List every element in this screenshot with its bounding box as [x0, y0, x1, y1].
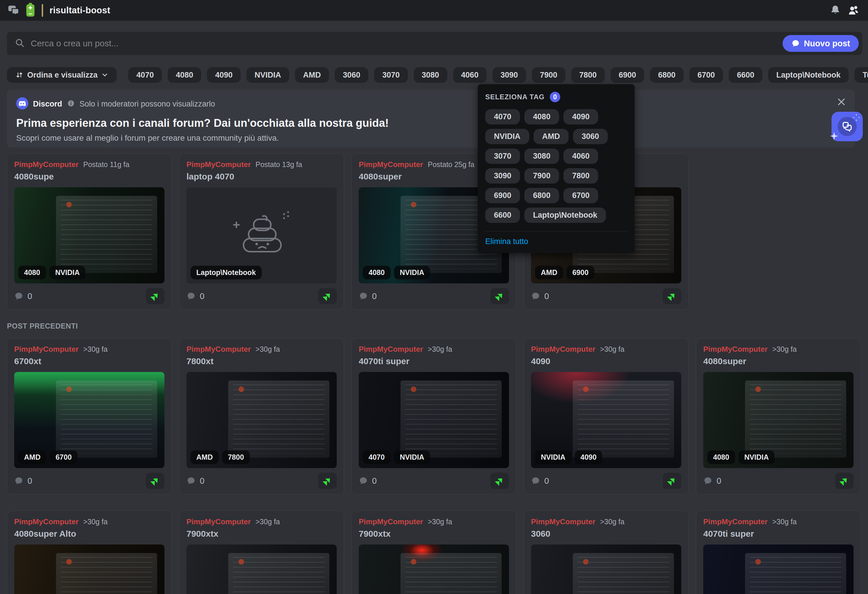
clear-all-tags-link[interactable]: Elimina tutto: [485, 237, 528, 246]
filter-tag-chip[interactable]: NVIDIA: [247, 67, 289, 83]
post-card[interactable]: PimpMyComputer Postato 11g fa 4080supe: [7, 153, 172, 310]
filter-bar: Ordina e visualizza 407040804090NVIDIAAM…: [7, 67, 861, 83]
selector-tag-chip[interactable]: 4060: [564, 149, 598, 164]
reaction-button[interactable]: [146, 288, 164, 304]
notifications-bell-button[interactable]: [829, 4, 842, 17]
search-bar[interactable]: [7, 32, 862, 55]
filter-tag-chip[interactable]: 3060: [335, 67, 368, 83]
notice-app-name: Discord: [33, 100, 62, 109]
post-image: Laptop\Notebook: [186, 187, 337, 283]
post-title: 4080super: [703, 356, 853, 367]
filter-tag-chip[interactable]: 7800: [571, 67, 605, 83]
selector-tag-chip[interactable]: 3090: [485, 168, 520, 184]
post-image: [531, 544, 681, 594]
post-tag: AMD: [190, 450, 218, 464]
post-author: PimpMyComputer: [531, 517, 595, 526]
selector-tag-chip[interactable]: 4090: [564, 109, 598, 124]
filter-tag-chip[interactable]: 4070: [128, 67, 162, 83]
comment-counter: 0: [14, 476, 32, 486]
filter-tag-chip[interactable]: 7900: [532, 67, 565, 83]
comment-count: 0: [544, 292, 549, 301]
filter-tag-chip[interactable]: 4090: [207, 67, 241, 83]
filter-tag-chip[interactable]: 6800: [650, 67, 683, 83]
post-title: 6700xt: [14, 356, 164, 367]
filter-tag-chip[interactable]: 6700: [689, 67, 723, 83]
selector-tag-chip[interactable]: 6900: [485, 188, 520, 203]
filter-tag-chip[interactable]: Laptop\Notebook: [768, 67, 849, 83]
post-card[interactable]: PimpMyComputer >30g fa 6700xt: [7, 338, 172, 494]
comment-count: 0: [544, 476, 549, 486]
post-image: 4080NVIDIA: [703, 372, 853, 468]
selector-tag-chip[interactable]: 3080: [524, 149, 559, 164]
post-card[interactable]: PimpMyComputer >30g fa 7900xtx: [179, 511, 344, 594]
post-title: 4090: [531, 356, 681, 367]
post-title: 7900xtx: [186, 529, 337, 540]
new-post-button[interactable]: Nuovo post: [782, 35, 859, 52]
post-tag: NVIDIA: [738, 450, 775, 464]
post-card[interactable]: PimpMyComputer >30g fa 4080super Alto: [7, 511, 172, 594]
post-card[interactable]: PimpMyComputer Postato 13g fa laptop 407…: [179, 153, 344, 310]
filter-tag-chip[interactable]: AMD: [295, 67, 329, 83]
reaction-button[interactable]: [663, 473, 681, 489]
selector-tag-chip[interactable]: 3060: [573, 129, 608, 144]
post-tag: 4090: [575, 450, 602, 464]
sort-and-view-button[interactable]: Ordina e visualizza: [7, 67, 117, 83]
post-tags: 4080NVIDIA: [363, 266, 430, 279]
filter-tag-chip[interactable]: 3070: [374, 67, 407, 83]
post-date: >30g fa: [600, 345, 624, 354]
selector-tag-chip[interactable]: AMD: [534, 129, 569, 144]
filter-tag-chip[interactable]: 6900: [611, 67, 644, 83]
post-author: PimpMyComputer: [186, 517, 251, 526]
filter-tag-chip[interactable]: 4060: [453, 67, 487, 83]
reaction-button[interactable]: [490, 288, 509, 304]
reaction-button[interactable]: [318, 288, 337, 304]
post-card[interactable]: PimpMyComputer >30g fa 4080super: [696, 338, 861, 494]
previous-posts-label: POST PRECEDENTI: [7, 322, 78, 330]
comment-count: 0: [372, 292, 377, 301]
post-tag: 4070: [363, 450, 391, 464]
filter-tag-chip[interactable]: 3090: [493, 67, 526, 83]
post-card[interactable]: PimpMyComputer >30g fa 3060: [524, 511, 688, 594]
selector-tag-chip[interactable]: 3070: [485, 149, 520, 164]
selector-tag-chip[interactable]: 4080: [524, 109, 559, 124]
selector-tag-chip[interactable]: Laptop\Notebook: [524, 208, 606, 223]
filter-tag-chip[interactable]: 3080: [414, 67, 447, 83]
search-input[interactable]: [31, 38, 855, 48]
post-tag: 6900: [567, 266, 594, 279]
selector-tag-chip[interactable]: 6800: [524, 188, 559, 203]
post-tag: 4080: [363, 266, 391, 279]
selector-tag-chip[interactable]: NVIDIA: [485, 129, 529, 144]
post-tag: NVIDIA: [50, 266, 86, 279]
reaction-button[interactable]: [835, 473, 853, 489]
selector-tag-chip[interactable]: 6700: [564, 188, 598, 203]
post-image: [186, 544, 337, 594]
forum-guide-floating-button[interactable]: [831, 112, 863, 141]
filter-tag-chip[interactable]: 6600: [729, 67, 762, 83]
post-title: 4080super Alto: [14, 529, 164, 540]
green-arrow-icon: [667, 476, 677, 486]
post-author: PimpMyComputer: [531, 345, 595, 354]
post-card[interactable]: PimpMyComputer >30g fa 7800xt: [179, 338, 344, 494]
post-card[interactable]: PimpMyComputer >30g fa 7900xtx: [351, 511, 516, 594]
filter-tag-chip[interactable]: 4080: [168, 67, 201, 83]
comment-counter: 0: [14, 292, 32, 301]
reaction-button[interactable]: [318, 473, 337, 489]
notice-text: Solo i moderatori possono visualizzarlo: [80, 100, 215, 109]
filter-tag-list: 407040804090NVIDIAAMD3060307030804060309…: [128, 67, 849, 83]
post-card[interactable]: PimpMyComputer >30g fa 4090: [524, 338, 688, 494]
post-card[interactable]: PimpMyComputer >30g fa 4070ti super: [351, 338, 516, 494]
selector-tag-chip[interactable]: 4070: [485, 109, 520, 124]
selector-tag-chip[interactable]: 6600: [485, 208, 520, 223]
reaction-button[interactable]: [146, 473, 164, 489]
selector-tag-chip[interactable]: 7800: [564, 168, 598, 184]
reaction-button[interactable]: [663, 288, 681, 304]
post-tag: NVIDIA: [394, 450, 430, 464]
post-card[interactable]: PimpMyComputer >30g fa 4070ti super: [696, 511, 861, 594]
all-tags-button[interactable]: Tutti: [855, 67, 868, 83]
selector-tag-chip[interactable]: 7900: [524, 168, 559, 184]
comment-count: 0: [717, 476, 721, 486]
member-list-button[interactable]: [847, 4, 861, 17]
post-tag: NVIDIA: [535, 450, 571, 464]
reaction-button[interactable]: [490, 473, 509, 489]
close-icon[interactable]: [835, 96, 848, 108]
